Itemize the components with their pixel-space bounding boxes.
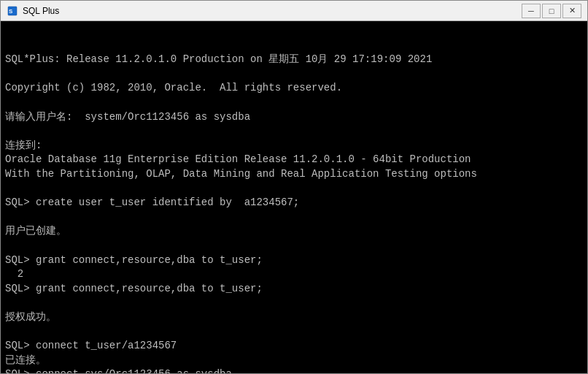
terminal-line: 授权成功。 (5, 310, 583, 325)
terminal-line (5, 182, 583, 196)
terminal-line (5, 210, 583, 225)
terminal-line: 连接到: (5, 139, 583, 153)
terminal-line: 请输入用户名: system/Orc1123456 as sysdba (5, 110, 583, 125)
terminal-line: SQL> connect sys/Orc1123456 as sysdba (5, 367, 583, 373)
sql-plus-window: S SQL Plus ─ □ ✕ SQL*Plus: Release 11.2.… (0, 0, 588, 374)
terminal-line: 2 (5, 267, 583, 282)
minimize-button[interactable]: ─ (522, 4, 541, 18)
window-controls: ─ □ ✕ (522, 4, 581, 18)
terminal-line (5, 324, 583, 339)
terminal-line: Oracle Database 11g Enterprise Edition R… (5, 153, 583, 167)
terminal-line (5, 239, 583, 253)
terminal-line: SQL> create user t_user identified by a1… (5, 196, 583, 210)
window-title: SQL Plus (23, 6, 522, 16)
close-button[interactable]: ✕ (562, 4, 581, 18)
terminal-line: Copyright (c) 1982, 2010, Oracle. All ri… (5, 81, 583, 96)
terminal-line: With the Partitioning, OLAP, Data Mining… (5, 167, 583, 182)
terminal-line (5, 296, 583, 310)
svg-text:S: S (9, 8, 13, 15)
terminal-output[interactable]: SQL*Plus: Release 11.2.0.1.0 Production … (1, 21, 587, 373)
terminal-line: SQL*Plus: Release 11.2.0.1.0 Production … (5, 53, 583, 67)
terminal-line: 已连接。 (5, 354, 583, 368)
maximize-button[interactable]: □ (542, 4, 561, 18)
terminal-line: 用户已创建。 (5, 224, 583, 239)
app-icon: S (7, 5, 18, 17)
terminal-line: SQL> connect t_user/a1234567 (5, 339, 583, 354)
terminal-line: SQL> grant connect,resource,dba to t_use… (5, 282, 583, 297)
terminal-line (5, 96, 583, 110)
terminal-line (5, 67, 583, 82)
title-bar: S SQL Plus ─ □ ✕ (1, 1, 587, 21)
terminal-line: SQL> grant connect,resource,dba to t_use… (5, 253, 583, 268)
terminal-line (5, 124, 583, 139)
